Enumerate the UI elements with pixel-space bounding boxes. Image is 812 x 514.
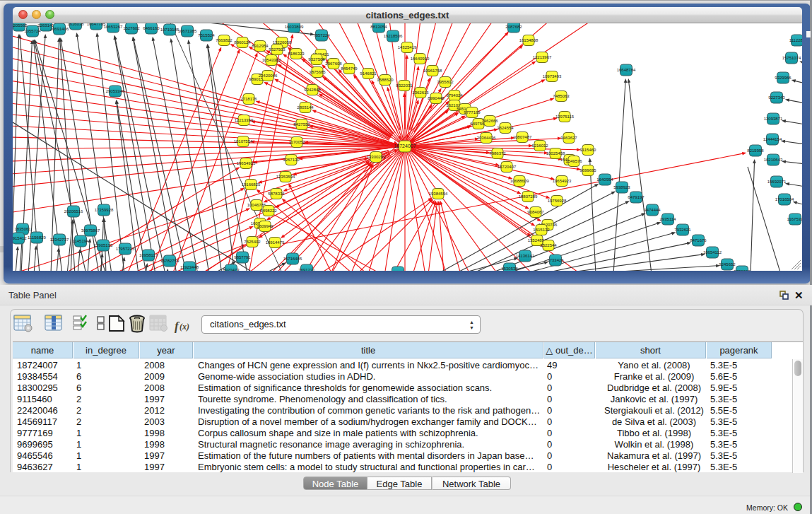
svg-text:10653267: 10653267 [104, 25, 123, 29]
svg-text:(x): (x) [180, 322, 189, 332]
svg-text:8920473: 8920473 [223, 268, 240, 271]
svg-text:7955812: 7955812 [437, 80, 454, 84]
svg-text:3875685: 3875685 [309, 70, 326, 74]
svg-text:19654923: 19654923 [553, 179, 572, 183]
svg-text:1170052: 1170052 [289, 140, 306, 144]
svg-text:6794024: 6794024 [446, 93, 463, 98]
svg-text:15751074: 15751074 [782, 56, 801, 60]
svg-text:8960124: 8960124 [234, 40, 251, 45]
svg-text:16914479: 16914479 [266, 240, 285, 245]
svg-text:9084067: 9084067 [527, 210, 544, 214]
svg-text:20206516: 20206516 [64, 209, 83, 214]
svg-text:1835061: 1835061 [14, 227, 31, 231]
svg-text:14136141: 14136141 [516, 254, 535, 258]
svg-text:10688609: 10688609 [510, 179, 529, 183]
svg-text:22420046: 22420046 [259, 74, 278, 78]
svg-text:1362615: 1362615 [412, 90, 429, 95]
svg-text:12905135: 12905135 [94, 243, 113, 247]
svg-text:19384554: 19384554 [429, 192, 448, 196]
svg-text:16033809: 16033809 [285, 25, 304, 29]
svg-text:8186323: 8186323 [288, 52, 305, 56]
svg-text:1036217: 1036217 [389, 270, 406, 271]
svg-text:1055724: 1055724 [24, 29, 41, 33]
svg-text:13300293: 13300293 [367, 155, 386, 159]
svg-text:11156829: 11156829 [28, 235, 46, 240]
svg-text:12342737: 12342737 [50, 238, 69, 242]
svg-text:15716485: 15716485 [283, 257, 302, 261]
svg-text:7485063: 7485063 [553, 94, 570, 98]
svg-text:10671385: 10671385 [178, 29, 197, 33]
svg-text:11923448: 11923448 [180, 265, 199, 269]
svg-text:3624554: 3624554 [497, 126, 514, 130]
svg-text:10654112: 10654112 [703, 250, 722, 255]
svg-text:8215958: 8215958 [747, 148, 764, 153]
svg-text:7691231: 7691231 [298, 268, 315, 271]
svg-text:1640954: 1640954 [596, 177, 613, 182]
svg-text:6466160: 6466160 [143, 26, 160, 30]
svg-text:12353594: 12353594 [276, 175, 295, 179]
svg-text:18807289: 18807289 [519, 194, 538, 199]
svg-text:12213369: 12213369 [235, 118, 254, 122]
svg-text:1609949: 1609949 [257, 224, 273, 228]
svg-text:1530538: 1530538 [501, 267, 518, 271]
svg-text:12213967: 12213967 [533, 55, 552, 59]
svg-text:19654925: 19654925 [237, 161, 256, 165]
svg-text:1616038: 1616038 [67, 23, 84, 26]
svg-text:12975115: 12975115 [555, 115, 575, 119]
svg-text:3267130: 3267130 [283, 158, 300, 162]
svg-text:1588520: 1588520 [377, 78, 394, 82]
svg-text:10107554: 10107554 [234, 139, 253, 144]
svg-text:5938923: 5938923 [613, 185, 630, 189]
svg-text:19166825: 19166825 [242, 182, 261, 187]
svg-text:17359928: 17359928 [95, 208, 114, 212]
svg-text:7932621: 7932621 [674, 228, 691, 232]
svg-text:8813054: 8813054 [370, 25, 387, 29]
svg-text:17016504: 17016504 [775, 197, 794, 201]
svg-text:29053346: 29053346 [106, 89, 125, 93]
svg-text:2522544: 2522544 [540, 243, 557, 247]
svg-text:15692071: 15692071 [767, 180, 787, 184]
svg-text:8912954: 8912954 [252, 44, 269, 48]
svg-text:20691406: 20691406 [50, 27, 69, 31]
svg-text:16640910: 16640910 [411, 57, 430, 61]
svg-text:7515524: 7515524 [198, 33, 215, 37]
svg-text:2967608: 2967608 [325, 62, 342, 66]
svg-text:8454749: 8454749 [341, 66, 358, 71]
svg-text:9327503: 9327503 [269, 47, 286, 52]
svg-text:19756928: 19756928 [548, 199, 567, 203]
svg-text:5498222: 5498222 [260, 209, 277, 213]
svg-text:9857791: 9857791 [234, 255, 251, 259]
svg-text:3915412: 3915412 [13, 236, 27, 240]
svg-text:10719185: 10719185 [160, 28, 180, 32]
svg-text:10961758: 10961758 [423, 69, 442, 73]
svg-text:10543382: 10543382 [262, 58, 281, 62]
svg-text:7663822: 7663822 [216, 38, 233, 42]
svg-text:12444154: 12444154 [763, 137, 782, 141]
svg-text:10025458: 10025458 [546, 151, 565, 156]
svg-text:6216012: 6216012 [531, 144, 548, 148]
svg-text:1167533: 1167533 [787, 217, 802, 221]
svg-text:16648784: 16648784 [617, 68, 636, 72]
svg-text:10807487: 10807487 [513, 135, 532, 139]
svg-text:8322031: 8322031 [396, 83, 413, 88]
svg-text:16782759: 16782759 [160, 259, 180, 263]
svg-text:1205565: 1205565 [13, 23, 28, 28]
svg-text:9463627: 9463627 [560, 136, 577, 140]
svg-text:9329966: 9329966 [775, 76, 792, 80]
svg-text:2087682: 2087682 [505, 25, 522, 29]
svg-text:6479197: 6479197 [628, 195, 645, 199]
svg-text:1112280: 1112280 [789, 38, 802, 42]
svg-text:9777169: 9777169 [464, 110, 481, 115]
svg-text:8427552: 8427552 [293, 122, 310, 127]
svg-text:9227343: 9227343 [768, 95, 785, 100]
svg-text:7462666: 7462666 [481, 119, 498, 123]
svg-text:8471676: 8471676 [690, 238, 707, 243]
svg-text:14325419: 14325419 [398, 45, 417, 49]
svg-text:18724007: 18724007 [394, 144, 416, 148]
svg-text:9699695: 9699695 [579, 168, 596, 173]
svg-text:15720407: 15720407 [498, 165, 517, 169]
svg-text:5878334: 5878334 [268, 192, 285, 196]
svg-text:2935114: 2935114 [660, 217, 677, 221]
svg-text:9327508: 9327508 [308, 57, 325, 62]
svg-text:8990448: 8990448 [428, 96, 445, 100]
